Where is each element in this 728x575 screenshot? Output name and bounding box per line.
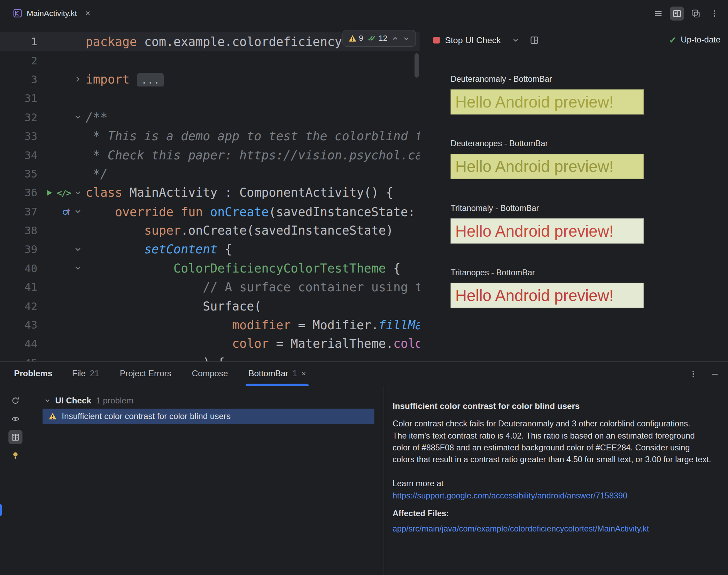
prev-problem-icon[interactable] <box>392 35 398 42</box>
passed-count: 12 <box>379 34 387 43</box>
line-number[interactable]: 32 <box>0 111 37 123</box>
editor-scrollbar[interactable] <box>415 53 419 78</box>
code-line-2[interactable]: 2 <box>0 51 420 70</box>
minimize-icon[interactable] <box>710 369 720 378</box>
code-line-3[interactable]: 3import ... <box>0 70 420 89</box>
menu-icon[interactable] <box>651 6 665 20</box>
override-icon[interactable] <box>62 207 71 216</box>
inspection-widget[interactable]: 9 ✓✓ 12 <box>342 30 416 47</box>
code-text[interactable]: setContent { <box>86 242 420 256</box>
close-tab-icon[interactable]: × <box>301 369 306 378</box>
more-vertical-icon[interactable] <box>707 6 721 20</box>
line-number[interactable]: 44 <box>0 338 37 350</box>
editor-tab-mainactivity[interactable]: MainActivity.kt × <box>8 0 95 27</box>
line-number[interactable]: 43 <box>0 319 37 331</box>
code-line-38[interactable]: 38 super.onCreate(savedInstanceState) <box>0 221 420 240</box>
code-line-31[interactable]: 31 <box>0 89 420 108</box>
tool-tab-file[interactable]: File21 <box>71 362 100 386</box>
line-number[interactable]: 2 <box>0 55 37 67</box>
chevron-down-icon[interactable] <box>512 36 519 44</box>
preview-eye-icon[interactable] <box>8 412 22 426</box>
tab-count: 1 <box>293 369 297 379</box>
code-line-32[interactable]: 32/** <box>0 108 420 127</box>
inspection-warnings[interactable]: 9 <box>348 34 363 43</box>
code-text[interactable]: import ... <box>86 72 420 86</box>
code-line-45[interactable]: 45 ) { <box>0 353 420 361</box>
fold-open-icon[interactable] <box>74 113 82 121</box>
line-number[interactable]: 37 <box>0 206 37 218</box>
line-number[interactable]: 38 <box>0 225 37 237</box>
code-tag-icon[interactable]: </> <box>57 188 71 198</box>
fold-closed-icon[interactable] <box>74 76 82 84</box>
more-vertical-icon[interactable] <box>689 369 698 378</box>
compare-preview-icon[interactable] <box>689 6 703 20</box>
code-text[interactable]: color = MaterialTheme.colorScheme.backgr… <box>86 337 420 351</box>
code-line-42[interactable]: 42 Surface( <box>0 297 420 315</box>
quickfix-bulb-icon[interactable] <box>8 448 22 462</box>
code-text[interactable]: * Check this paper: https://vision.psych… <box>86 148 420 162</box>
code-line-37[interactable]: 37 override fun onCreate(savedInstanceSt… <box>0 202 420 221</box>
code-line-43[interactable]: 43 modifier = Modifier.fillMaxSize(), <box>0 315 420 334</box>
preview-render: Hello Android preview! <box>451 218 644 244</box>
problem-item-selected[interactable]: Insufficient color contrast for color bl… <box>42 409 374 424</box>
line-number[interactable]: 45 <box>0 357 37 362</box>
code-text[interactable]: override fun onCreate(savedInstanceState… <box>86 205 420 219</box>
problem-details: Insufficient color contrast for color bl… <box>384 386 728 575</box>
code-text[interactable]: // A surface container using the 'backgr… <box>86 280 420 294</box>
code-text[interactable]: super.onCreate(savedInstanceState) <box>86 223 420 237</box>
reader-mode-icon[interactable] <box>8 430 22 444</box>
run-icon[interactable] <box>46 189 54 197</box>
android-studio-window: MainActivity.kt × <box>0 0 728 575</box>
tree-group-ui-check[interactable]: UI Check 1 problem <box>31 393 384 409</box>
tool-tab-compose[interactable]: Compose <box>191 362 229 386</box>
double-check-icon: ✓✓ <box>367 34 376 43</box>
code-line-41[interactable]: 41 // A surface container using the 'bac… <box>0 278 420 297</box>
line-number[interactable]: 36 <box>0 187 37 199</box>
fold-open-icon[interactable] <box>74 189 82 197</box>
inspection-passed[interactable]: ✓✓ 12 <box>367 34 387 43</box>
next-problem-icon[interactable] <box>403 35 410 42</box>
line-number[interactable]: 40 <box>0 262 37 274</box>
code-line-34[interactable]: 34 * Check this paper: https://vision.ps… <box>0 145 420 164</box>
code-line-44[interactable]: 44 color = MaterialTheme.colorScheme.bac… <box>0 334 420 353</box>
code-text[interactable]: ) { <box>86 356 420 361</box>
code-text[interactable]: ColorDeficiencyColorTestTheme { <box>86 261 420 275</box>
fold-open-icon[interactable] <box>74 245 82 253</box>
line-number[interactable]: 1 <box>0 36 37 48</box>
line-number[interactable]: 34 <box>0 149 37 161</box>
line-number[interactable]: 33 <box>0 130 37 142</box>
line-number[interactable]: 3 <box>0 73 37 86</box>
chevron-down-icon[interactable] <box>44 397 51 404</box>
code-line-36[interactable]: 36</>class MainActivity : ComponentActiv… <box>0 183 420 202</box>
tool-window-title[interactable]: Problems <box>14 369 52 379</box>
affected-file-link[interactable]: app/src/main/java/com/example/colordefic… <box>393 523 712 535</box>
tool-tab-bottombar[interactable]: BottomBar1× <box>248 362 307 386</box>
code-line-33[interactable]: 33 * This is a demo app to test the colo… <box>0 127 420 145</box>
learn-more-link[interactable]: https://support.google.com/accessibility… <box>393 490 712 502</box>
code-text[interactable]: modifier = Modifier.fillMaxSize(), <box>86 318 420 332</box>
code-editor[interactable]: 1package com.example.colordeficiencycolo… <box>0 27 420 362</box>
colorblind-previews: Deuteranomaly - BottomBarHello Android p… <box>420 53 728 332</box>
line-number[interactable]: 42 <box>0 300 37 312</box>
fold-open-icon[interactable] <box>74 264 82 272</box>
code-line-40[interactable]: 40 ColorDeficiencyColorTestTheme { <box>0 259 420 278</box>
code-text[interactable]: class MainActivity : ComponentActivity()… <box>86 186 420 200</box>
refresh-icon[interactable] <box>8 394 22 408</box>
code-text[interactable]: Surface( <box>86 299 420 313</box>
code-text[interactable]: /** <box>86 110 420 124</box>
tool-tab-project-errors[interactable]: Project Errors <box>119 362 172 386</box>
line-number[interactable]: 31 <box>0 92 37 104</box>
code-text[interactable]: */ <box>86 167 420 181</box>
editor-layout-icon[interactable] <box>670 6 684 20</box>
line-number[interactable]: 41 <box>0 281 37 293</box>
code-text[interactable]: * This is a demo app to test the colorbl… <box>86 129 420 143</box>
fold-open-icon[interactable] <box>74 208 82 216</box>
gutter-icons <box>37 245 85 253</box>
close-tab-icon[interactable]: × <box>85 8 90 18</box>
line-number[interactable]: 39 <box>0 243 37 255</box>
code-line-39[interactable]: 39 setContent { <box>0 240 420 259</box>
stop-ui-check-button[interactable]: Stop UI Check <box>433 35 501 45</box>
code-line-35[interactable]: 35 */ <box>0 164 420 183</box>
line-number[interactable]: 35 <box>0 168 37 180</box>
layout-grid-icon[interactable] <box>530 35 539 45</box>
